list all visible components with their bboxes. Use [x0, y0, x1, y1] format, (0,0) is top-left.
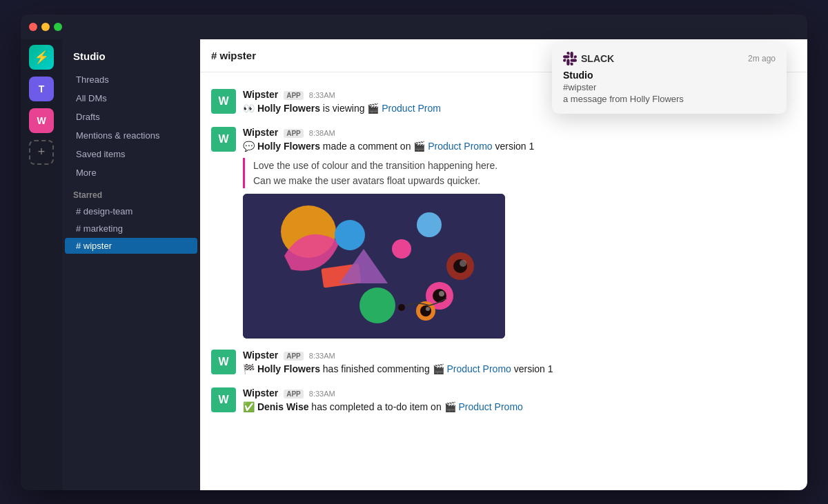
timestamp: 8:33AM — [309, 390, 335, 398]
wipster-label: # wipster — [76, 241, 112, 251]
svg-point-15 — [433, 289, 446, 303]
svg-point-9 — [460, 260, 466, 267]
message-text: 🏁 Holly Flowers has finished commenting … — [243, 362, 796, 376]
app-badge: APP — [284, 91, 304, 100]
sidebar-item-more[interactable]: More — [65, 164, 197, 181]
workspace-name: Studio — [62, 45, 200, 70]
quote-line1: Love the use of colour and the transitio… — [253, 160, 497, 171]
drafts-label: Drafts — [76, 112, 100, 122]
sidebar-channel-wipster[interactable]: # wipster — [65, 238, 197, 254]
svg-point-13 — [420, 305, 431, 316]
timestamp: 8:33AM — [309, 91, 335, 99]
app-badge: APP — [284, 390, 304, 399]
notif-channel: #wipster — [563, 82, 776, 92]
product-promo-link-2[interactable]: Product Promo — [428, 141, 492, 152]
titlebar — [21, 14, 807, 39]
sidebar-channel-design-team[interactable]: # design-team — [65, 203, 197, 219]
maximize-button[interactable] — [54, 23, 62, 31]
app-badge: APP — [284, 129, 304, 138]
notif-brand-label: SLACK — [581, 53, 614, 64]
studio-icon: ⚡ — [34, 50, 49, 65]
t-workspace-icon[interactable]: T — [29, 77, 54, 101]
svg-point-10 — [359, 288, 395, 323]
svg-point-17 — [398, 304, 405, 311]
design-team-label: # design-team — [76, 206, 132, 216]
t-icon-label: T — [39, 83, 45, 94]
w-icon-label: W — [37, 115, 46, 126]
avatar: W — [211, 127, 236, 152]
sidebar-item-saved[interactable]: Saved items — [65, 145, 197, 163]
message-header: Wipster APP 8:38AM — [243, 127, 796, 138]
svg-point-6 — [392, 239, 411, 259]
avatar: W — [211, 350, 236, 374]
all-dms-label: All DMs — [76, 93, 107, 103]
threads-label: Threads — [76, 74, 109, 85]
message-content: Wipster APP 8:38AM 💬 Holly Flowers made … — [243, 127, 796, 339]
saved-label: Saved items — [76, 149, 126, 159]
more-label: More — [76, 168, 97, 178]
messages-area[interactable]: W Wipster APP 8:33AM 👀 Holly Flowers is … — [200, 72, 807, 490]
message-text: 💬 Holly Flowers made a comment on 🎬 Prod… — [243, 139, 796, 154]
svg-point-5 — [417, 212, 442, 237]
sender-name: Wipster — [243, 350, 278, 361]
product-promo-link[interactable]: Product Prom — [382, 103, 441, 114]
sidebar-channel-marketing[interactable]: # marketing — [65, 221, 197, 236]
notif-workspace: Studio — [563, 70, 776, 81]
svg-point-14 — [426, 307, 430, 311]
sidebar-item-threads[interactable]: Threads — [65, 71, 197, 88]
marketing-label: # marketing — [76, 223, 123, 234]
add-icon: + — [38, 145, 46, 159]
close-button[interactable] — [29, 23, 37, 31]
slack-logo-icon — [563, 52, 577, 65]
avatar: W — [211, 387, 236, 412]
sender-name: Wipster — [243, 127, 278, 138]
table-row: W Wipster APP 8:38AM 💬 Holly Flowers mad… — [200, 121, 807, 345]
studio-workspace-icon[interactable]: ⚡ — [29, 45, 54, 70]
channel-name: # wipster — [211, 50, 256, 61]
icon-rail: ⚡ T W + — [21, 39, 62, 490]
sidebar-item-mentions[interactable]: Mentions & reactions — [65, 127, 197, 144]
mentions-label: Mentions & reactions — [76, 130, 159, 141]
app-badge: APP — [284, 352, 304, 361]
sidebar-item-all-dms[interactable]: All DMs — [65, 90, 197, 107]
message-header: Wipster APP 8:33AM — [243, 387, 796, 399]
sidebar-item-drafts[interactable]: Drafts — [65, 108, 197, 125]
traffic-lights — [29, 23, 62, 31]
quote-block: Love the use of colour and the transitio… — [243, 158, 796, 189]
svg-point-16 — [439, 291, 444, 296]
timestamp: 8:33AM — [309, 352, 335, 360]
notif-time: 2m ago — [748, 54, 776, 63]
app-window: ⚡ T W + Studio Threads All DMs Drafts — [21, 14, 807, 490]
product-promo-link-3[interactable]: Product Promo — [446, 363, 511, 374]
starred-section-title: Starred — [62, 182, 200, 203]
message-content: Wipster APP 8:33AM 🏁 Holly Flowers has f… — [243, 350, 796, 376]
sidebar: Studio Threads All DMs Drafts Mentions &… — [62, 39, 200, 490]
minimize-button[interactable] — [41, 23, 50, 31]
table-row: W Wipster APP 8:33AM ✅ Denis Wise has co… — [200, 382, 807, 420]
w-workspace-icon[interactable]: W — [29, 108, 54, 133]
message-header: Wipster APP 8:33AM — [243, 350, 796, 361]
notification-popup[interactable]: SLACK 2m ago Studio #wipster a message f… — [552, 42, 787, 114]
project-image — [243, 194, 505, 339]
message-text: ✅ Denis Wise has completed a to-do item … — [243, 400, 796, 414]
avatar: W — [211, 89, 236, 114]
notif-header: SLACK 2m ago — [563, 52, 776, 65]
sender-name: Wipster — [243, 387, 278, 399]
product-promo-link-4[interactable]: Product Promo — [458, 401, 522, 412]
message-content: Wipster APP 8:33AM ✅ Denis Wise has comp… — [243, 387, 796, 414]
notif-message: a message from Holly Flowers — [563, 94, 776, 104]
timestamp: 8:38AM — [309, 129, 335, 137]
sender-name: Wipster — [243, 89, 278, 100]
table-row: W Wipster APP 8:33AM 🏁 Holly Flowers has… — [200, 344, 807, 382]
notif-brand: SLACK — [563, 52, 614, 65]
add-workspace-button[interactable]: + — [29, 140, 54, 165]
svg-point-4 — [335, 220, 365, 250]
quote-line2: Can we make the user avatars float upwar… — [253, 175, 480, 186]
